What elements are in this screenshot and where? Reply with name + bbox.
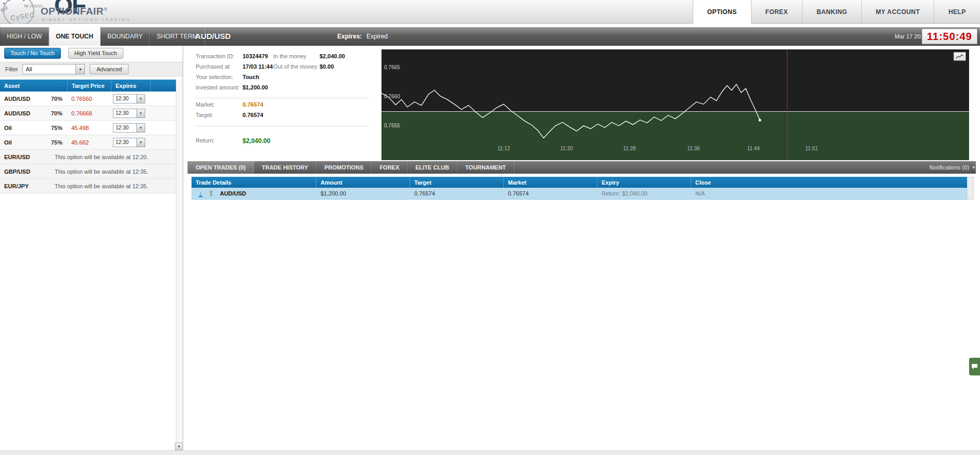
nav-tab-my-account[interactable]: MY ACCOUNT	[861, 0, 934, 24]
divider	[195, 98, 370, 98]
assets-sidebar: Touch / No Touch High Yield Touch Filter…	[0, 46, 183, 450]
chevron-down-icon[interactable]: ▼	[136, 138, 145, 147]
field-label: Return:	[196, 137, 243, 145]
selection-row: Your selection: Touch	[196, 74, 259, 80]
tab-one-touch[interactable]: ONE TOUCH	[49, 27, 100, 46]
subtab-high-yield-touch[interactable]: High Yield Touch	[68, 48, 123, 59]
asset-table: Asset Target Price Expires AUD/USD 70% 0…	[0, 80, 176, 193]
chevron-down-icon[interactable]: ▼	[136, 95, 145, 103]
chevron-down-icon[interactable]: ▼	[75, 64, 84, 74]
tab-high-low[interactable]: HIGH / LOW	[0, 27, 49, 46]
brand-name: OPTIONFAIR	[41, 6, 104, 17]
expires-cell: 12:30 ▼	[111, 109, 151, 118]
live-chat-icon[interactable]	[969, 358, 980, 375]
touch-subtabs: Touch / No Touch High Yield Touch	[4, 48, 123, 59]
expires-select[interactable]: 12:30 ▼	[113, 94, 145, 103]
availability-note: This option will be available at 12:35.	[55, 183, 148, 189]
column-header-trade-details: Trade Details	[192, 177, 316, 188]
field-label: In the money	[273, 53, 320, 59]
column-header-market: Market	[504, 177, 597, 188]
scroll-down-arrow-icon[interactable]: ▼	[175, 443, 183, 450]
expires-cell: 12:30 ▼	[111, 123, 151, 133]
expires-select-value: 12:30	[113, 110, 136, 116]
badge-license-number: № 216/13	[24, 4, 42, 8]
star-icon: ★	[22, 0, 26, 3]
asset-target-price: 45.498	[68, 125, 111, 131]
expires-select[interactable]: 12:30 ▼	[113, 109, 145, 118]
target-row: Target: 0.76574	[196, 112, 263, 118]
nav-tab-forex[interactable]: FOREX	[751, 0, 802, 24]
purchased-at-row: Purchased at: 17/03 11:44	[196, 63, 273, 70]
server-clock: 11:50:49	[922, 29, 977, 44]
expires-select[interactable]: 12:30 ▼	[113, 123, 145, 133]
asset-row[interactable]: Oil 75% 45.498 12:30 ▼	[0, 121, 176, 135]
page: ★ ★ ★ ★ EU № 216/13 CySEC OF OPTIONFAIR®…	[0, 0, 980, 455]
asset-row[interactable]: AUD/USD 70% 0.76560 12:30 ▼	[0, 92, 176, 106]
tab-promotions[interactable]: PROMOTIONS	[316, 161, 372, 174]
sidebar-scrollbar[interactable]: ▼	[176, 80, 183, 450]
main-panel: Transaction ID: 10324479 Purchased at: 1…	[187, 46, 980, 450]
tab-elite-club[interactable]: ELITE CLUB	[408, 161, 457, 174]
trade-info-panel: Transaction ID: 10324479 Purchased at: 1…	[192, 50, 381, 158]
nav-tab-label: FOREX	[766, 8, 788, 16]
return-value: $2,040.00	[243, 137, 270, 145]
asset-payout: 70%	[51, 110, 62, 116]
tab-boundary[interactable]: BOUNDARY	[100, 27, 150, 46]
current-price-dot	[759, 119, 761, 121]
tab-label: SHORT TERM	[157, 33, 198, 40]
asset-name: Oil	[4, 125, 12, 131]
asset-name: EUR/USD	[0, 154, 55, 160]
logo-tagline: BINARY OPTIONS TRADING	[42, 17, 131, 22]
tab-trade-history[interactable]: TRADE HISTORY	[254, 161, 316, 174]
subtab-touch-no-touch[interactable]: Touch / No Touch	[4, 48, 61, 59]
trade-target: 0.76574	[410, 190, 504, 197]
asset-row[interactable]: Oil 75% 45.662 12:30 ▼	[0, 135, 176, 150]
tab-tournament[interactable]: TOURNAMENT	[457, 161, 514, 174]
in-money-value: $2,040.00	[320, 53, 345, 59]
availability-note: This option will be available at 12:35.	[55, 168, 148, 175]
filter-label: Filter	[5, 66, 18, 72]
chevron-down-icon[interactable]: ▼	[136, 124, 145, 132]
logo-brand-text: OPTIONFAIR®	[41, 6, 107, 17]
chart-y-tick-label: 0.7660	[384, 93, 400, 99]
asset-cell: AUD/USD 70%	[0, 110, 68, 116]
expires-label: Expires:	[337, 27, 362, 46]
notifications-dropdown[interactable]: Notifications (0) ▼	[930, 161, 976, 174]
chart-type-icon[interactable]	[953, 52, 966, 61]
asset-row[interactable]: AUD/USD 70% 0.76668 12:30 ▼	[0, 106, 176, 121]
column-header-spacer	[151, 80, 176, 92]
availability-note: This option will be available at 12:20.	[55, 154, 148, 160]
expires-cell: 12:30 ▼	[111, 138, 151, 147]
registered-mark: ®	[104, 7, 107, 12]
nav-tab-options[interactable]: OPTIONS	[693, 0, 751, 24]
asset-table-header: Asset Target Price Expires	[0, 80, 176, 92]
filter-select[interactable]: All ▼	[22, 64, 85, 74]
touch-direction-icon: ↥	[209, 190, 214, 197]
nav-tab-help[interactable]: HELP	[934, 0, 980, 24]
asset-name: Oil	[4, 139, 12, 146]
out-money-value: $0.00	[320, 63, 334, 70]
chart-x-tick-label: 11:28	[623, 146, 635, 151]
expiry-time-line	[787, 49, 787, 160]
nav-tab-banking[interactable]: BANKING	[802, 0, 861, 24]
open-trade-row[interactable]: ↓ ↥ AUD/USD $1,200.00 0.76574 0.76574 Re…	[192, 188, 967, 200]
trades-scrollbar[interactable]	[967, 177, 974, 200]
return-row: Return: $2,040.00	[196, 137, 270, 145]
column-header-target: Target	[410, 177, 504, 188]
advanced-button[interactable]: Advanced	[90, 64, 129, 74]
tab-forex[interactable]: FOREX	[372, 161, 408, 174]
download-icon[interactable]: ↓	[199, 190, 202, 197]
asset-payout: 70%	[51, 96, 62, 102]
tab-open-trades[interactable]: OPEN TRADES (0)	[187, 161, 254, 174]
asset-cell: Oil 75%	[0, 139, 68, 146]
chevron-down-icon[interactable]: ▼	[136, 109, 145, 118]
expires-select[interactable]: 12:30 ▼	[113, 138, 145, 147]
trade-asset: AUD/USD	[220, 190, 246, 197]
expires-select-value: 12:30	[113, 125, 136, 131]
field-label: Market:	[196, 101, 243, 108]
instrument-header-bar: HIGH / LOW ONE TOUCH BOUNDARY SHORT TERM…	[0, 27, 980, 46]
invested-value: $1,200.00	[243, 84, 268, 90]
top-header: ★ ★ ★ ★ EU № 216/13 CySEC OF OPTIONFAIR®…	[0, 0, 980, 24]
horizontal-scrollbar-track[interactable]	[0, 450, 980, 455]
nav-tab-label: BANKING	[817, 8, 847, 16]
